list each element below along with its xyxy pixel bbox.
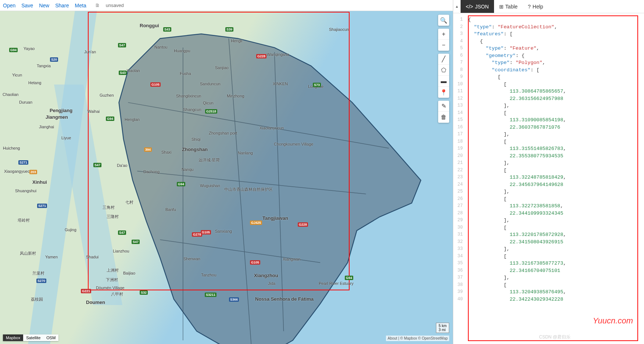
map-place-label: Jun'an xyxy=(84,50,96,54)
zoom-in-button[interactable]: + xyxy=(438,29,449,40)
map-place-label: 远洋城·星荷 xyxy=(198,157,220,163)
road-shield: G228 xyxy=(298,222,308,227)
delete-icon[interactable]: 🗑 xyxy=(438,112,449,123)
map-place-label: Jida xyxy=(268,281,275,286)
search-icon[interactable]: 🔍 xyxy=(438,15,449,26)
tab-help[interactable]: ? Help xyxy=(523,0,548,13)
code-icon: </> xyxy=(466,4,473,10)
road-shield: G221 xyxy=(81,289,91,293)
scale-bar: 5 km 3 mi xyxy=(436,323,449,333)
map-place-label: XINKEN xyxy=(273,82,288,86)
map-place-label: Xinhui xyxy=(32,179,47,185)
map-place-label: Pearl River Estuary xyxy=(319,281,354,286)
map-place-label: Qicun xyxy=(203,101,214,105)
map-place-label: Minzhong xyxy=(227,94,244,98)
map-place-label: Shangcun xyxy=(183,107,201,112)
map-place-label: Dòumén Village xyxy=(96,286,124,290)
watermark-csdn: CSDN @君归乐 xyxy=(539,334,570,340)
collapse-icon[interactable]: ▲ xyxy=(453,4,461,8)
map-place-label: Henglan xyxy=(125,117,140,122)
draw-line-icon[interactable]: ╱ xyxy=(438,54,449,65)
basemap-switcher: Mapbox Satellite OSM xyxy=(3,334,58,341)
help-icon: ? xyxy=(528,4,531,10)
map-place-label: Shuangshui xyxy=(15,189,36,193)
map-place-label: Liyue xyxy=(61,136,71,140)
meta-link[interactable]: Meta xyxy=(75,3,86,8)
map-place-label: Sanxiang xyxy=(215,229,232,233)
road-shield: G105 xyxy=(201,230,211,234)
map-attribution: About | © Mapbox © OpenStreetMap xyxy=(386,336,449,341)
road-shield: G2518 xyxy=(205,109,217,114)
edit-icon[interactable]: ✎ xyxy=(438,101,449,112)
map-place-label: Shaxi xyxy=(161,150,172,154)
map-place-label: Sanjiao xyxy=(215,65,229,70)
map-place-label: Pengjiang xyxy=(50,108,72,113)
road-shield: GJ425 xyxy=(250,221,262,225)
map-place-label: Nantou xyxy=(154,45,167,49)
map-place-label: Gujing xyxy=(65,227,76,232)
road-shield: G94 xyxy=(177,182,185,186)
json-editor[interactable]: 1234567891011121314151617181920212223242… xyxy=(453,13,644,344)
road-shield: S3211 xyxy=(205,293,217,297)
map-place-label: Dachong xyxy=(143,169,160,174)
map-place-label: Zhongshan xyxy=(182,147,208,152)
draw-rectangle-icon[interactable]: ▬ xyxy=(438,76,449,87)
map-place-label: Shiqi xyxy=(192,137,200,141)
road-shield: S43 xyxy=(119,71,127,75)
road-shield: G105 xyxy=(250,260,260,265)
map-panel: Open Save New Share Meta 🗎 unsaved Rongg… xyxy=(0,0,453,344)
map-place-label: 三角村 xyxy=(103,205,115,210)
map-place-label: Doumen xyxy=(86,300,105,305)
map-place-label: Yamen xyxy=(45,255,58,259)
map-place-label: Xiangzhou xyxy=(254,273,278,278)
map-place-label: Xiaolan xyxy=(126,68,140,73)
map-place-label: Yicun xyxy=(12,73,22,77)
road-shield: S366 xyxy=(229,297,239,302)
map-place-label: Jianghai xyxy=(39,125,54,129)
map-place-label: Baijiao xyxy=(123,271,135,275)
map-place-label: 三隆村 xyxy=(107,214,119,219)
map-place-label: Shadui xyxy=(86,255,99,259)
road-shield: 203 xyxy=(29,170,37,174)
map-controls: 🔍 + − ╱ ⬠ ▬ 📍 ✎ 🗑 xyxy=(438,15,449,123)
zoom-out-button[interactable]: − xyxy=(438,40,449,51)
save-link[interactable]: Save xyxy=(21,3,33,8)
table-icon: ⊞ xyxy=(499,4,504,10)
map-place-label: Shenwan xyxy=(183,257,200,261)
road-shield: G94 xyxy=(106,117,114,121)
map-place-label: Chongkoumen Village xyxy=(274,142,313,146)
road-shield: S271 xyxy=(18,160,28,165)
open-link[interactable]: Open xyxy=(3,3,15,8)
road-shield: 394 xyxy=(144,147,152,152)
map-place-label: Xiangwan xyxy=(283,257,300,261)
share-link[interactable]: Share xyxy=(55,3,69,8)
map-place-label: Nossa Senhora de Fátima xyxy=(255,296,314,302)
map-place-label: 中山市香山森林自然保护区 xyxy=(224,187,273,192)
road-shield: S47 xyxy=(118,230,126,235)
map-place-label: Chaolian xyxy=(3,92,18,97)
road-shield: S271 xyxy=(37,204,47,208)
map-place-label: 下洲村 xyxy=(106,277,118,283)
map-place-label: 兰里村 xyxy=(32,270,44,276)
new-link[interactable]: New xyxy=(39,3,49,8)
tab-json[interactable]: </> JSON xyxy=(461,0,494,13)
basemap-satellite[interactable]: Satellite xyxy=(23,334,43,341)
road-shield: G278 xyxy=(192,232,202,237)
draw-polygon-icon[interactable]: ⬠ xyxy=(438,65,449,76)
basemap-mapbox[interactable]: Mapbox xyxy=(3,334,23,341)
road-shield: G94 xyxy=(9,48,18,52)
map-place-label: Nanqu xyxy=(182,167,193,172)
map-canvas[interactable]: RongguiYayaoJun'anNantouHuangpuHengliWan… xyxy=(0,11,453,344)
top-toolbar: Open Save New Share Meta 🗎 unsaved xyxy=(0,0,453,11)
road-shield: S43 xyxy=(163,27,171,32)
map-place-label: Tanzhou xyxy=(201,273,217,277)
unsaved-label: unsaved xyxy=(106,3,124,8)
map-place-label: 塔岭村 xyxy=(18,218,30,223)
document-icon: 🗎 xyxy=(95,3,100,8)
map-place-label: Wanqingsha xyxy=(267,52,289,57)
tab-table[interactable]: ⊞ Table xyxy=(494,0,523,13)
road-shield: G94 xyxy=(345,276,353,280)
draw-marker-icon[interactable]: 📍 xyxy=(438,87,449,98)
basemap-osm[interactable]: OSM xyxy=(43,334,58,341)
map-place-label: Hetang xyxy=(28,80,41,85)
